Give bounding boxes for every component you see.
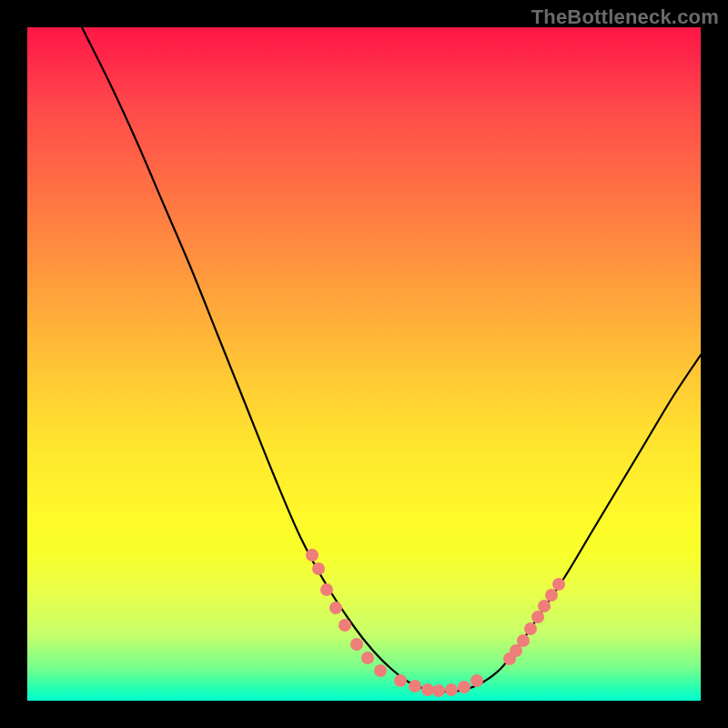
watermark-text: TheBottleneck.com bbox=[531, 5, 719, 29]
chart-container: TheBottleneck.com bbox=[0, 0, 728, 728]
curve-marker bbox=[374, 664, 387, 677]
curve-marker bbox=[445, 683, 458, 696]
curve-marker bbox=[306, 549, 318, 561]
curve-marker bbox=[545, 589, 558, 602]
plot-area bbox=[27, 27, 701, 701]
curve-marker bbox=[517, 634, 530, 647]
curve-marker bbox=[329, 602, 342, 614]
curve-marker bbox=[312, 562, 325, 575]
curve-marker bbox=[394, 674, 407, 687]
curve-marker bbox=[350, 638, 363, 651]
curve-marker bbox=[320, 583, 333, 596]
marker-group bbox=[306, 549, 565, 697]
curve-marker bbox=[421, 683, 434, 696]
curve-marker bbox=[458, 681, 470, 693]
curve-marker bbox=[339, 619, 351, 632]
curve-marker bbox=[524, 622, 537, 635]
curve-marker bbox=[552, 578, 565, 591]
curve-svg bbox=[27, 27, 701, 701]
curve-marker bbox=[531, 611, 544, 623]
curve-marker bbox=[432, 684, 445, 697]
bottleneck-curve bbox=[82, 27, 701, 692]
curve-marker bbox=[409, 680, 421, 693]
curve-marker bbox=[538, 600, 551, 612]
curve-marker bbox=[361, 652, 374, 664]
curve-marker bbox=[470, 674, 483, 687]
